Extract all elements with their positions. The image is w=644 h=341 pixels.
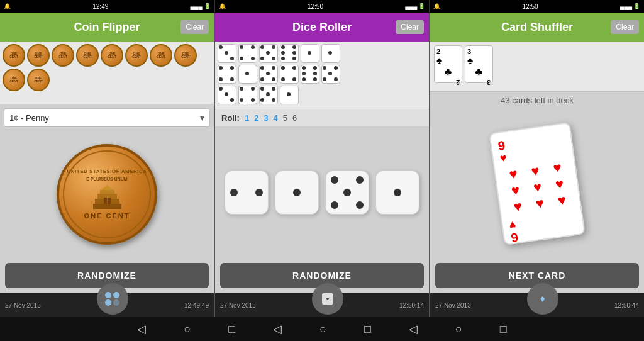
roll-num-5[interactable]: 5 bbox=[283, 113, 287, 123]
card-bottom-bar: 27 Nov 2013 ♦ 12:50:44 bbox=[430, 293, 644, 317]
fab-icon-1 bbox=[105, 292, 111, 298]
battery-icon-1: 🔋 bbox=[204, 3, 211, 9]
card-shuffler-clear-button[interactable]: Clear bbox=[611, 20, 639, 34]
dice-history-item bbox=[321, 65, 340, 84]
back-button-3[interactable]: ◁ bbox=[409, 322, 418, 336]
coin-bottom-date: 27 Nov 2013 bbox=[5, 302, 41, 309]
back-button[interactable]: ◁ bbox=[137, 322, 146, 336]
card-shuffler-panel: Card Shuffler Clear 2 ♣ ♣ 2 3 ♣ bbox=[430, 13, 644, 317]
coin-history-item: ONECENT bbox=[52, 44, 74, 67]
card-history-val-2: 3 bbox=[467, 48, 491, 55]
card-bottom-suit: ♥ bbox=[508, 218, 517, 232]
dice-roller-header: Dice Roller Clear bbox=[215, 13, 429, 42]
fab-icon-4 bbox=[113, 299, 119, 306]
home-button-2[interactable]: ○ bbox=[319, 323, 326, 336]
dice-fab-icon bbox=[322, 293, 333, 305]
card-history-suit-1: ♣ bbox=[436, 55, 460, 65]
home-button-3[interactable]: ○ bbox=[455, 323, 462, 336]
card-history: 2 ♣ ♣ 2 3 ♣ ♣ 3 bbox=[430, 42, 644, 92]
coin-history-item: ONECENT bbox=[27, 69, 50, 91]
notification-icon-2: 🔔 bbox=[219, 3, 226, 9]
dice-bottom-date: 27 Nov 2013 bbox=[220, 302, 256, 309]
dice-fab-button[interactable] bbox=[312, 283, 343, 315]
card-shuffler-header: Card Shuffler Clear bbox=[430, 13, 644, 42]
card-fab-area: ♦ bbox=[527, 296, 558, 315]
die-2 bbox=[275, 170, 319, 215]
roll-num-2[interactable]: 2 bbox=[254, 113, 258, 123]
home-button[interactable]: ○ bbox=[184, 323, 191, 336]
recent-button-2[interactable]: □ bbox=[364, 323, 371, 336]
coin-text: ONE CENT bbox=[84, 211, 130, 221]
heart-8: ♥ bbox=[535, 194, 545, 212]
notification-icon-3: 🔔 bbox=[433, 3, 440, 9]
recent-button[interactable]: □ bbox=[228, 323, 235, 336]
dice-history-item bbox=[259, 65, 278, 84]
dice-history bbox=[215, 42, 429, 109]
dice-history-item bbox=[259, 86, 278, 104]
dice-roller-title: Dice Roller bbox=[292, 21, 352, 34]
coin-large: UNITED STATES OF AMERICA E PLURIBUS UNUM bbox=[57, 144, 157, 245]
fab-icon-2 bbox=[113, 292, 119, 298]
coin-history-item: ONECENT bbox=[174, 44, 197, 67]
dice-history-row-1 bbox=[218, 44, 426, 63]
dice-bottom-bar: 27 Nov 2013 12:50:14 bbox=[215, 293, 429, 317]
dice-roller-panel: Dice Roller Clear bbox=[215, 13, 430, 317]
dice-history-item bbox=[218, 65, 236, 84]
dice-history-item bbox=[238, 65, 257, 84]
card-history-val-bot-1: 2 bbox=[456, 79, 460, 86]
back-button-2[interactable]: ◁ bbox=[273, 322, 282, 336]
card-fab-button[interactable]: ♦ bbox=[527, 283, 558, 315]
die-3 bbox=[325, 170, 369, 215]
status-time-1: 12:49 bbox=[92, 3, 108, 10]
roll-num-6[interactable]: 6 bbox=[292, 113, 297, 123]
roll-num-3[interactable]: 3 bbox=[264, 113, 268, 123]
notification-icon-1: 🔔 bbox=[4, 3, 11, 9]
dice-display-area bbox=[215, 127, 429, 258]
coin-flipper-clear-button[interactable]: Clear bbox=[180, 20, 209, 34]
coin-building-svg bbox=[90, 185, 125, 209]
card-history-suit-2: ♣ bbox=[467, 55, 491, 65]
coin-display-area: UNITED STATES OF AMERICA E PLURIBUS UNUM bbox=[0, 131, 214, 258]
card-bottom-value: 6 bbox=[510, 231, 519, 244]
coin-history-item: ONECENT bbox=[125, 44, 148, 67]
die-4 bbox=[375, 170, 419, 215]
coin-flipper-header: Coin Flipper Clear bbox=[0, 13, 214, 42]
svg-rect-0 bbox=[93, 204, 121, 209]
dice-history-item bbox=[301, 44, 319, 63]
roll-num-4[interactable]: 4 bbox=[274, 113, 278, 123]
dice-history-item bbox=[218, 44, 236, 63]
coin-history-item: ONECENT bbox=[76, 44, 99, 67]
roll-num-1[interactable]: 1 bbox=[245, 113, 249, 123]
coin-history-row-1: ONECENT ONECENT ONECENT ONECENT ONECENT bbox=[3, 44, 211, 67]
signal-icon-1: ▄▄▄ bbox=[191, 3, 203, 9]
battery-icon-3: 🔋 bbox=[633, 3, 640, 9]
heart-3: ♥ bbox=[552, 159, 563, 177]
heart-5: ♥ bbox=[533, 179, 543, 196]
dice-history-item bbox=[238, 44, 257, 63]
dropdown-arrow-icon: ▾ bbox=[200, 113, 204, 123]
coin-fab-area bbox=[97, 296, 128, 315]
card-fab-icon: ♦ bbox=[540, 293, 545, 305]
dice-bottom-time: 12:50:14 bbox=[399, 302, 424, 309]
recent-button-3[interactable]: □ bbox=[500, 323, 507, 336]
coin-type-dropdown[interactable]: 1¢ - Penny ▾ bbox=[4, 108, 210, 127]
dice-roller-clear-button[interactable]: Clear bbox=[396, 20, 424, 34]
card-history-val-1: 2 bbox=[436, 48, 460, 55]
coin-bottom-time: 12:49:49 bbox=[184, 302, 209, 309]
dice-fab-area bbox=[312, 296, 343, 315]
card-bottom-date: 27 Nov 2013 bbox=[435, 302, 471, 309]
svg-rect-3 bbox=[100, 190, 114, 194]
coin-history: ONECENT ONECENT ONECENT ONECENT ONECENT bbox=[0, 42, 214, 104]
coin-history-item: ONECENT bbox=[27, 44, 50, 67]
card-history-item-2: 3 ♣ ♣ 3 bbox=[465, 45, 493, 83]
dice-history-row-2 bbox=[218, 65, 426, 84]
svg-marker-4 bbox=[101, 185, 113, 190]
card-display-area: 9 ♥ ♥ ♥ ♥ ♥ ♥ ♥ ♥ ♥ ♥ bbox=[430, 109, 644, 258]
coin-fab-button[interactable] bbox=[97, 283, 128, 315]
coin-bottom-bar: 27 Nov 2013 bbox=[0, 293, 214, 317]
status-time-2: 12:50 bbox=[308, 3, 323, 10]
heart-6: ♥ bbox=[555, 176, 565, 193]
signal-icon-3: ▄▄▄ bbox=[620, 3, 632, 9]
coin-history-item: ONECENT bbox=[101, 44, 123, 67]
svg-rect-6 bbox=[108, 198, 111, 204]
